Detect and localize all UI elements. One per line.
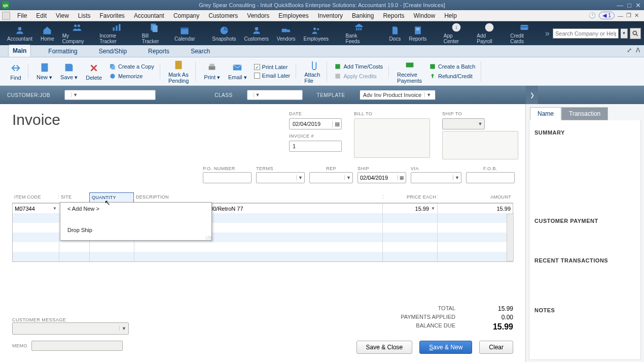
rep-select[interactable]: ▼ [309, 172, 353, 183]
col-amount[interactable]: AMOUNT [438, 192, 513, 203]
child-restore-button[interactable]: ❐ [626, 12, 631, 19]
system-menu-icon[interactable] [2, 12, 10, 20]
chevron-down-icon[interactable]: ▼ [431, 206, 435, 211]
email-later-checkbox[interactable]: Email Later [253, 72, 292, 79]
ribbon-tab-main[interactable]: Main [8, 45, 31, 57]
minimize-button[interactable]: — [617, 2, 623, 9]
tb-home[interactable]: Home [37, 24, 58, 43]
line-row-empty[interactable] [13, 252, 513, 261]
amount-cell[interactable]: 15.99 [438, 204, 513, 213]
create-copy-button[interactable]: Create a Copy [108, 62, 155, 71]
tb-add-payroll[interactable]: Add Payroll [473, 21, 506, 45]
menu-customers[interactable]: Customers [204, 11, 242, 20]
refund-credit-button[interactable]: Refund/Credit [428, 72, 476, 80]
ribbon-tab-sendship[interactable]: Send/Ship [95, 46, 131, 57]
po-input[interactable] [203, 172, 252, 183]
add-time-costs-button[interactable]: Add Time/Costs [333, 62, 384, 71]
side-collapse-icon[interactable]: ❯ [526, 86, 538, 104]
menu-help[interactable]: Help [440, 11, 461, 20]
calendar-icon[interactable]: ▦ [398, 175, 406, 180]
side-tab-name[interactable]: Name [530, 107, 561, 120]
save-close-button[interactable]: Save & Close [356, 341, 413, 354]
calendar-icon[interactable]: ▦ [332, 121, 341, 127]
chevron-down-icon[interactable]: ▼ [53, 206, 57, 211]
col-site[interactable]: SITE [59, 192, 89, 203]
search-button[interactable] [630, 28, 641, 39]
new-button[interactable]: New ▾ [34, 61, 54, 82]
tb-credit-cards[interactable]: Credit Cards [506, 21, 542, 45]
tb-bank-feeds[interactable]: Bank Feeds [342, 21, 376, 45]
via-select[interactable]: ▼ [411, 172, 461, 183]
child-close-button[interactable]: ✕ [634, 12, 639, 19]
menu-window[interactable]: Window [409, 11, 439, 20]
fob-input[interactable] [466, 172, 515, 183]
menu-inventory[interactable]: Inventory [314, 11, 347, 20]
ship-date-input[interactable]: 02/04/2019▦ [357, 172, 406, 183]
clock-icon[interactable]: 🕐 [589, 12, 596, 19]
search-dropdown-icon[interactable]: ▼ [621, 28, 628, 39]
save-button[interactable]: Save ▾ [58, 61, 80, 82]
menu-employees[interactable]: Employees [274, 11, 312, 20]
ship-to-box[interactable] [442, 131, 518, 159]
menu-view[interactable]: View [52, 11, 73, 20]
print-later-checkbox[interactable]: ✓Print Later [253, 63, 292, 71]
item-cell[interactable]: M07344▼ [13, 204, 59, 213]
menu-favorites[interactable]: Favorites [96, 11, 129, 20]
price-cell[interactable]: 15.99▼ [383, 204, 438, 213]
menu-edit[interactable]: Edit [32, 11, 51, 20]
ribbon-tab-reports[interactable]: Reports [144, 46, 173, 57]
company-search-input[interactable] [553, 28, 619, 39]
site-option-drop-ship[interactable]: Drop Ship [60, 224, 211, 236]
save-new-button[interactable]: Save & New [419, 341, 472, 354]
reminder-badge[interactable]: ◀ 1 [599, 12, 615, 19]
tb-income-tracker[interactable]: Income Tracker [95, 21, 137, 45]
col-item[interactable]: ITEM CODE [12, 192, 59, 203]
create-batch-button[interactable]: Create a Batch [428, 62, 476, 71]
clear-button[interactable]: Clear [479, 341, 513, 354]
tb-snapshots[interactable]: Snapshots [208, 24, 240, 43]
menu-accountant[interactable]: Accountant [130, 11, 168, 20]
maximize-button[interactable]: □ [627, 2, 631, 9]
side-tab-transaction[interactable]: Transaction [561, 107, 608, 120]
ribbon-tab-search[interactable]: Search [187, 46, 214, 57]
menu-file[interactable]: File [13, 11, 31, 20]
menu-vendors[interactable]: Vendors [243, 11, 273, 20]
col-description[interactable]: DESCRIPTION [134, 192, 383, 203]
email-button[interactable]: Email ▾ [226, 61, 249, 82]
tb-vendors[interactable]: Vendors [273, 24, 300, 43]
memorize-button[interactable]: Memorize [108, 72, 155, 80]
customer-job-select[interactable]: ▼ [64, 90, 156, 100]
customer-message-select[interactable]: ▼ [12, 322, 129, 335]
menu-lists[interactable]: Lists [74, 11, 95, 20]
invoice-number-input[interactable]: 1 [289, 141, 342, 152]
col-price[interactable]: PRICE EACH [383, 192, 438, 203]
child-minimize-button[interactable]: — [618, 13, 623, 19]
tb-docs[interactable]: Docs [385, 24, 405, 43]
mark-pending-button[interactable]: Mark As Pending [166, 58, 191, 85]
terms-select[interactable]: ▼ [256, 172, 305, 183]
receive-payments-button[interactable]: Receive Payments [395, 58, 424, 85]
ribbon-tab-formatting[interactable]: Formatting [44, 46, 81, 57]
tb-my-company[interactable]: My Company [58, 21, 96, 45]
delete-button[interactable]: Delete [84, 61, 104, 82]
close-button[interactable]: ✕ [635, 2, 641, 9]
expand-icon[interactable]: ⤢ [627, 47, 632, 54]
ribbon-collapse-icon[interactable]: ᐱ [636, 47, 640, 54]
bill-to-box[interactable] [354, 118, 430, 158]
class-select[interactable]: ▼ [247, 90, 303, 100]
site-option-add-new[interactable]: < Add New > [60, 203, 211, 215]
col-quantity[interactable]: QUANTITY [89, 192, 134, 203]
find-button[interactable]: Find [8, 61, 23, 82]
line-row-empty[interactable] [13, 242, 513, 252]
toolbar-overflow-icon[interactable]: » [542, 29, 553, 38]
tb-employees[interactable]: Employees [300, 24, 333, 43]
attach-file-button[interactable]: Attach File [302, 58, 322, 85]
scrollbar[interactable] [507, 214, 514, 261]
date-input[interactable]: 02/04/2019▦ [289, 118, 342, 129]
menu-banking[interactable]: Banking [348, 11, 378, 20]
tb-bill-tracker[interactable]: Bill Tracker [138, 21, 170, 45]
menu-reports[interactable]: Reports [379, 11, 408, 20]
print-button[interactable]: Print ▾ [202, 61, 222, 82]
template-select[interactable]: Adv Inv Product Invoice▼ [360, 90, 436, 100]
resize-grip-icon[interactable] [205, 236, 211, 240]
